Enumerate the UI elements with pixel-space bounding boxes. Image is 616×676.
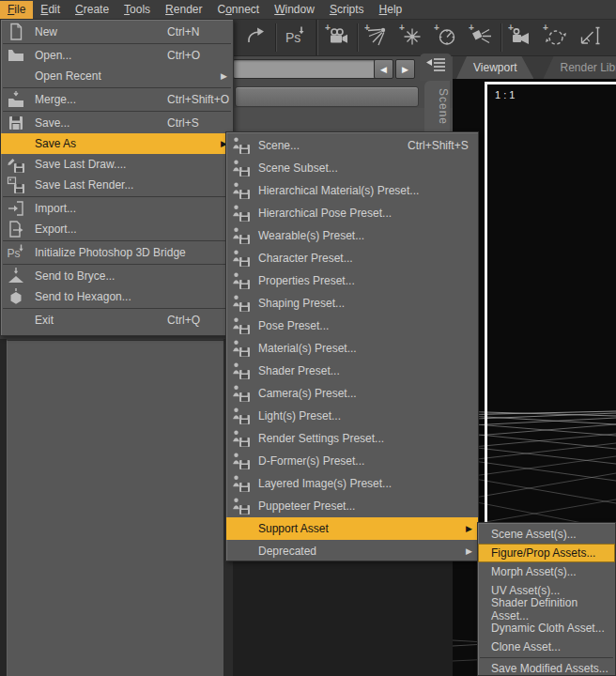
menu-item-label: Hierarchical Material(s) Preset... (258, 184, 419, 197)
shaping-preset-icon (231, 294, 252, 313)
menu-item-shader-definition-asset[interactable]: Shader Definition Asset... (478, 600, 615, 619)
properties-preset-icon (231, 271, 252, 290)
redo-button[interactable] (239, 22, 273, 54)
menu-item-import[interactable]: Import... (1, 198, 233, 219)
menu-item-initialize-photoshop-3d-bridge[interactable]: PsInitialize Photoshop 3D Bridge (1, 242, 233, 263)
menu-item-label: Import... (35, 202, 76, 215)
menu-item-render-settings-preset[interactable]: Render Settings Preset... (226, 427, 478, 450)
redo-icon (243, 23, 269, 52)
menu-item-figure-prop-assets[interactable]: Figure/Prop Assets... (478, 544, 615, 562)
menu-item-support-asset[interactable]: Support Asset▶ (226, 517, 478, 540)
pane-options-button[interactable] (420, 54, 452, 81)
svg-text:+: + (364, 23, 370, 33)
new-camera-button[interactable]: + (320, 22, 355, 54)
new-distant-light-button[interactable]: + (360, 22, 394, 54)
menu-item-label: Scene... (258, 139, 300, 152)
menu-item-label: Open Recent (35, 69, 101, 83)
menu-item-shortcut: Ctrl+O (167, 49, 200, 62)
menu-item-save-last-render[interactable]: Save Last Render... (1, 175, 233, 195)
pane-wide-button[interactable] (235, 86, 419, 107)
open-file-icon (6, 46, 26, 65)
new-spotlight-icon: + (469, 23, 494, 52)
menu-item-label: Deprecated (258, 545, 316, 558)
menubar-item-create[interactable]: Create (68, 1, 116, 19)
menu-item-exit[interactable]: ExitCtrl+Q (1, 310, 233, 330)
menu-item-export[interactable]: Export... (1, 219, 233, 239)
menu-item-d-former-s-preset[interactable]: D-Former(s) Preset... (226, 450, 478, 472)
new-linear-point-light-button[interactable]: + (429, 22, 464, 54)
menubar-item-file[interactable]: File (0, 1, 33, 19)
menu-item-camera-s-preset[interactable]: Camera(s) Preset... (226, 382, 478, 405)
menu-item-hierarchical-material-s-preset[interactable]: Hierarchical Material(s) Preset... (226, 179, 478, 202)
menu-item-label: Dynamic Cloth Asset... (491, 622, 605, 635)
menu-item-scene-asset-s[interactable]: Scene Asset(s)... (478, 525, 615, 544)
menu-item-hierarchical-pose-preset[interactable]: Hierarchical Pose Preset... (226, 202, 478, 224)
tab-render-library[interactable]: Render Libra (543, 56, 616, 79)
menu-item-save-modified-assets[interactable]: Save Modified Assets... (478, 659, 615, 676)
new-distant-light-icon: + (364, 23, 390, 52)
menubar-item-render[interactable]: Render (158, 1, 209, 19)
new-spotlight-button[interactable]: + (464, 22, 499, 54)
menu-item-save-last-draw[interactable]: Save Last Draw.... (1, 154, 233, 175)
new-point-light-icon: + (399, 23, 424, 52)
menu-item-shaping-preset[interactable]: Shaping Preset... (226, 292, 478, 315)
daz-studio-window: { "menubar": { "items": [ {"label":"File… (0, 0, 616, 676)
menu-item-layered-image-s-preset[interactable]: Layered Image(s) Preset... (226, 472, 478, 495)
orbit-tool-button[interactable]: + (538, 22, 573, 54)
measure-tool-button[interactable] (573, 22, 608, 54)
menubar-item-window[interactable]: Window (267, 1, 322, 19)
menu-item-label: Scene Subset... (258, 161, 338, 175)
menu-item-send-to-hexagon[interactable]: Send to Hexagon... (1, 286, 233, 307)
new-view-camera-button[interactable]: + (503, 22, 538, 54)
menu-item-clone-asset[interactable]: Clone Asset... (478, 638, 615, 656)
menubar-item-edit[interactable]: Edit (33, 1, 68, 19)
menu-item-label: New (35, 25, 57, 38)
menu-item-save-as[interactable]: Save As▶ (1, 133, 233, 154)
menu-bar: FileEditCreateToolsRenderConnectWindowSc… (0, 0, 616, 20)
menu-item-new[interactable]: NewCtrl+N (1, 22, 233, 42)
menu-item-open[interactable]: Open...Ctrl+O (1, 45, 233, 66)
svg-text:+: + (434, 23, 439, 33)
menu-item-label: UV Asset(s)... (491, 584, 560, 597)
menu-item-pose-preset[interactable]: Pose Preset... (226, 315, 478, 337)
measure-tool-icon (578, 23, 603, 52)
menu-item-label: Camera(s) Preset... (258, 387, 357, 400)
tab-viewport[interactable]: Viewport (456, 56, 533, 79)
svg-text:+: + (543, 23, 548, 33)
menu-item-material-s-preset[interactable]: Material(s) Preset... (226, 337, 478, 360)
menu-item-merge[interactable]: Merge...Ctrl+Shift+O (1, 89, 233, 110)
menu-item-shortcut: Ctrl+Shift+O (167, 93, 229, 106)
toolbar-separator (275, 23, 276, 52)
new-file-icon (6, 23, 26, 41)
menu-item-dynamic-cloth-asset[interactable]: Dynamic Cloth Asset... (478, 619, 615, 638)
menu-item-label: Save As (35, 137, 76, 150)
file-menu: NewCtrl+NOpen...Ctrl+OOpen Recent▶Merge.… (0, 19, 234, 336)
nav-forward-button[interactable]: ▶ (395, 59, 415, 79)
menubar-item-tools[interactable]: Tools (116, 1, 158, 19)
menu-item-character-preset[interactable]: Character Preset... (226, 247, 478, 269)
menu-item-scene-subset[interactable]: Scene Subset... (226, 157, 478, 179)
menu-item-properties-preset[interactable]: Properties Preset... (226, 269, 478, 292)
save-as-submenu: Scene...Ctrl+Shift+SScene Subset...Hiera… (225, 131, 479, 561)
photoshop-3d-bridge-button[interactable]: Ps (278, 22, 313, 54)
new-point-light-button[interactable]: + (394, 22, 429, 54)
submenu-arrow-icon: ▶ (466, 546, 472, 556)
menu-item-label: D-Former(s) Preset... (258, 454, 364, 468)
menu-item-deprecated[interactable]: Deprecated▶ (226, 540, 478, 561)
menu-item-wearable-s-preset[interactable]: Wearable(s) Preset... (226, 224, 478, 247)
menu-item-scene[interactable]: Scene...Ctrl+Shift+S (226, 134, 478, 157)
send-to-bryce-icon (6, 267, 26, 285)
menu-item-open-recent[interactable]: Open Recent▶ (1, 66, 233, 86)
menubar-item-scripts[interactable]: Scripts (322, 1, 372, 19)
menu-item-send-to-bryce[interactable]: Send to Bryce... (1, 266, 233, 286)
menu-item-light-s-preset[interactable]: Light(s) Preset... (226, 405, 478, 427)
menubar-item-connect[interactable]: Connect (209, 1, 267, 19)
nav-back-button[interactable]: ◀ (374, 59, 393, 79)
menu-item-puppeteer-preset[interactable]: Puppeteer Preset... (226, 495, 478, 517)
menubar-item-help[interactable]: Help (372, 1, 410, 19)
menu-item-save[interactable]: Save...Ctrl+S (1, 113, 233, 133)
menu-item-label: Light(s) Preset... (258, 409, 341, 422)
menu-item-shader-preset[interactable]: Shader Preset... (226, 360, 478, 382)
navigation-input[interactable] (233, 59, 379, 79)
menu-item-morph-asset-s[interactable]: Morph Asset(s)... (478, 562, 615, 581)
